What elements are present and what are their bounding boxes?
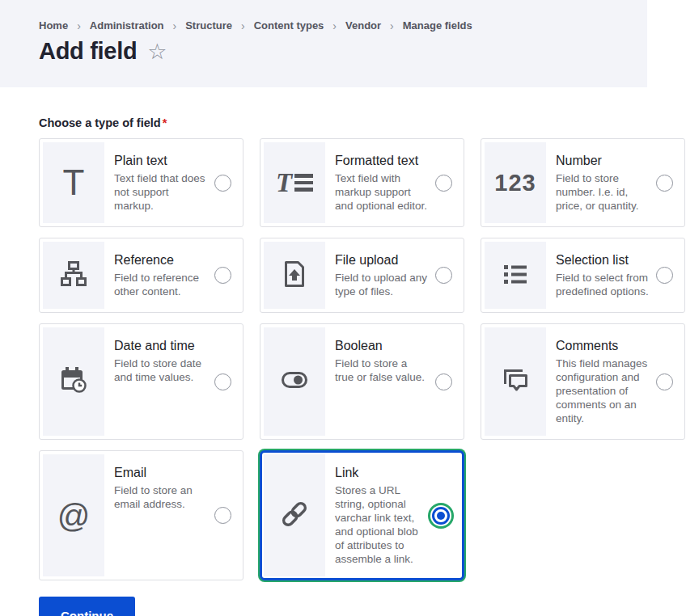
- field-type-description: Text field that does not support markup.: [114, 171, 208, 213]
- field-type-radio-boolean[interactable]: [435, 373, 452, 390]
- plain-text-icon: T: [63, 165, 85, 200]
- field-type-radio-date-and-time[interactable]: [214, 373, 231, 390]
- field-type-card-number[interactable]: 123 Number Field to store number. I.e. i…: [481, 138, 685, 227]
- field-type-card-content: Email Field to store an email address.: [104, 454, 213, 576]
- field-type-card-content: Plain text Text field that does not supp…: [104, 142, 213, 223]
- field-type-card-content: Date and time Field to store date and ti…: [104, 327, 213, 436]
- breadcrumb: Home›Administration›Structure›Content ty…: [39, 19, 647, 32]
- field-type-radio-formatted-text[interactable]: [435, 175, 452, 192]
- field-type-description: Field to store number. I.e. id, price, o…: [556, 171, 650, 213]
- link-icon: [278, 498, 311, 534]
- field-type-label: Choose a type of field*: [39, 116, 686, 129]
- breadcrumb-link-structure[interactable]: Structure: [185, 19, 232, 32]
- page-header: Home›Administration›Structure›Content ty…: [0, 0, 647, 87]
- field-type-card-date-and-time[interactable]: Date and time Field to store date and ti…: [39, 323, 243, 440]
- breadcrumb-link-manage-fields[interactable]: Manage fields: [403, 19, 472, 32]
- field-type-icon-tile: [43, 327, 104, 436]
- field-type-description: Text field with markup support and optio…: [335, 171, 429, 213]
- field-type-card-content: Link Stores a URL string, optional varch…: [325, 454, 430, 576]
- field-type-name: Reference: [114, 252, 208, 268]
- field-type-radio-email[interactable]: [214, 507, 231, 524]
- field-type-description: This field manages configuration and pre…: [556, 357, 650, 425]
- breadcrumb-separator-icon: ›: [390, 20, 394, 32]
- breadcrumb-separator-icon: ›: [77, 20, 81, 32]
- field-type-description: Field to store date and time values.: [114, 357, 208, 384]
- field-type-icon-tile: [43, 242, 104, 309]
- breadcrumb-separator-icon: ›: [241, 20, 245, 32]
- field-type-name: Comments: [556, 338, 650, 354]
- field-type-name: File upload: [335, 252, 429, 268]
- field-type-description: Field to store a true or false value.: [335, 357, 429, 384]
- field-type-card-boolean[interactable]: Boolean Field to store a true or false v…: [260, 323, 464, 440]
- field-type-icon-tile: [264, 242, 325, 309]
- field-type-radio-selection-list[interactable]: [656, 267, 673, 284]
- field-type-card-content: Reference Field to reference other conte…: [104, 242, 213, 309]
- field-type-radio-number[interactable]: [656, 175, 673, 192]
- field-type-radio-comments[interactable]: [656, 373, 673, 390]
- field-type-card-content: Formatted text Text field with markup su…: [325, 142, 434, 223]
- field-type-description: Stores a URL string, optional varchar li…: [335, 483, 426, 566]
- field-type-grid: T Plain text Text field that does not su…: [39, 138, 685, 580]
- field-type-icon-tile: [264, 454, 325, 576]
- required-mark: *: [163, 116, 167, 129]
- field-type-icon-tile: [485, 327, 546, 436]
- breadcrumb-separator-icon: ›: [173, 20, 177, 32]
- field-type-icon-tile: T: [43, 142, 104, 223]
- breadcrumb-link-vendor[interactable]: Vendor: [345, 19, 381, 32]
- selection-list-icon: [499, 258, 531, 293]
- field-type-label-text: Choose a type of field: [39, 116, 161, 129]
- breadcrumb-link-home[interactable]: Home: [39, 19, 68, 32]
- title-row: Add field ☆: [39, 39, 647, 65]
- field-type-name: Plain text: [114, 153, 208, 169]
- email-icon: @: [57, 500, 91, 532]
- field-type-card-content: File upload Field to upload any type of …: [325, 242, 434, 309]
- field-type-icon-tile: @: [43, 454, 104, 576]
- field-type-description: Field to select from predefined options.: [556, 271, 650, 298]
- field-type-card-selection-list[interactable]: Selection list Field to select from pred…: [481, 238, 685, 313]
- reference-icon: [57, 258, 90, 293]
- field-type-icon-tile: [264, 327, 325, 436]
- field-type-card-reference[interactable]: Reference Field to reference other conte…: [39, 238, 243, 313]
- field-type-description: Field to reference other content.: [114, 271, 208, 298]
- field-type-card-content: Comments This field manages configuratio…: [546, 327, 654, 436]
- formatted-text-icon: T: [276, 170, 313, 196]
- field-type-icon-tile: 123: [485, 142, 546, 223]
- boolean-icon: [278, 364, 311, 399]
- page-title: Add field: [39, 39, 137, 65]
- field-type-card-content: Number Field to store number. I.e. id, p…: [546, 142, 654, 223]
- field-type-name: Formatted text: [335, 153, 429, 169]
- field-type-radio-plain-text[interactable]: [214, 175, 231, 192]
- field-type-card-content: Boolean Field to store a true or false v…: [325, 327, 434, 436]
- field-type-name: Link: [335, 465, 426, 481]
- field-type-card-content: Selection list Field to select from pred…: [546, 242, 654, 309]
- main-content: Choose a type of field* T Plain text Tex…: [0, 116, 686, 616]
- field-type-name: Boolean: [335, 338, 429, 354]
- field-type-card-plain-text[interactable]: T Plain text Text field that does not su…: [39, 138, 243, 227]
- continue-button[interactable]: Continue: [39, 597, 135, 616]
- field-type-name: Date and time: [114, 338, 208, 354]
- field-type-radio-file-upload[interactable]: [435, 267, 452, 284]
- date-time-icon: [57, 364, 90, 399]
- field-type-icon-tile: T: [264, 142, 325, 223]
- breadcrumb-separator-icon: ›: [332, 20, 337, 32]
- field-type-name: Number: [556, 153, 650, 169]
- comments-icon: [499, 364, 531, 399]
- field-type-name: Email: [114, 465, 208, 481]
- file-upload-icon: [278, 258, 311, 293]
- field-type-card-link[interactable]: Link Stores a URL string, optional varch…: [260, 450, 464, 580]
- breadcrumb-link-content-types[interactable]: Content types: [254, 19, 324, 32]
- field-type-card-email[interactable]: @ Email Field to store an email address.: [39, 450, 243, 580]
- field-type-description: Field to upload any type of files.: [335, 271, 429, 298]
- field-type-icon-tile: [485, 242, 546, 309]
- field-type-description: Field to store an email address.: [114, 483, 208, 511]
- field-type-radio-link[interactable]: [432, 507, 450, 525]
- field-type-card-file-upload[interactable]: File upload Field to upload any type of …: [260, 238, 464, 313]
- breadcrumb-link-administration[interactable]: Administration: [90, 19, 164, 32]
- star-outline-icon[interactable]: ☆: [147, 41, 167, 63]
- number-icon: 123: [494, 171, 536, 195]
- field-type-name: Selection list: [556, 252, 650, 268]
- field-type-card-formatted-text[interactable]: T Formatted text Text field with markup …: [260, 138, 464, 227]
- field-type-card-comments[interactable]: Comments This field manages configuratio…: [481, 323, 685, 440]
- field-type-radio-reference[interactable]: [214, 267, 231, 284]
